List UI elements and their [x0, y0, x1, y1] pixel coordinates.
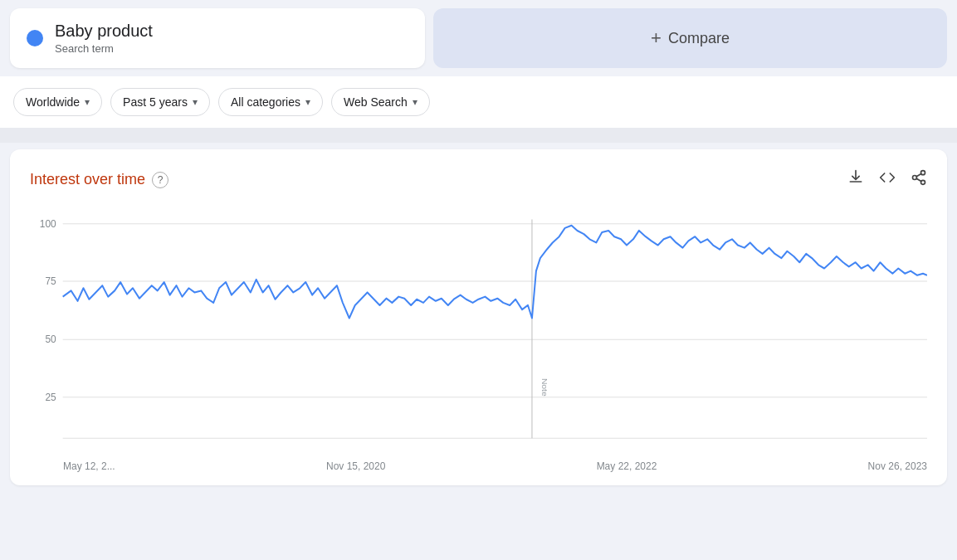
- svg-line-3: [916, 178, 921, 181]
- chevron-down-icon: ▾: [85, 96, 90, 108]
- chevron-down-icon: ▾: [305, 96, 310, 108]
- x-axis-labels: May 12, 2... Nov 15, 2020 May 22, 2022 N…: [30, 455, 927, 472]
- filter-location[interactable]: Worldwide ▾: [13, 88, 102, 116]
- filter-category[interactable]: All categories ▾: [218, 88, 323, 116]
- term-type: Search term: [55, 42, 153, 55]
- embed-icon[interactable]: [879, 169, 896, 190]
- filters-section: Worldwide ▾ Past 5 years ▾ All categorie…: [0, 76, 957, 128]
- compare-label: Compare: [668, 30, 730, 47]
- filter-search-type-label: Web Search: [344, 95, 408, 109]
- x-label-3: Nov 26, 2023: [868, 460, 927, 472]
- filter-time-range-label: Past 5 years: [123, 95, 188, 109]
- filter-time-range[interactable]: Past 5 years ▾: [110, 88, 210, 116]
- svg-text:25: 25: [45, 392, 56, 403]
- search-term-text: Baby product Search term: [55, 22, 153, 55]
- compare-button[interactable]: + Compare: [433, 8, 947, 68]
- chart-header: Interest over time ?: [30, 169, 927, 190]
- share-icon[interactable]: [911, 169, 927, 190]
- interest-over-time-chart: 100 75 50 25 Note: [30, 207, 927, 455]
- chevron-down-icon: ▾: [413, 96, 417, 108]
- svg-text:50: 50: [45, 334, 56, 345]
- download-icon[interactable]: [847, 169, 864, 190]
- filter-location-label: Worldwide: [26, 95, 80, 109]
- svg-text:Note: Note: [540, 378, 549, 397]
- filter-search-type[interactable]: Web Search ▾: [331, 88, 430, 116]
- svg-text:75: 75: [45, 275, 56, 287]
- filter-category-label: All categories: [231, 95, 300, 109]
- spacer: [0, 128, 957, 143]
- help-icon[interactable]: ?: [152, 172, 168, 188]
- svg-text:100: 100: [40, 218, 56, 230]
- chart-title-area: Interest over time ?: [30, 171, 168, 188]
- chart-title: Interest over time: [30, 171, 145, 188]
- term-name: Baby product: [55, 22, 153, 41]
- chart-actions: [847, 169, 927, 190]
- blue-dot-icon: [27, 30, 43, 46]
- svg-line-4: [916, 173, 921, 176]
- search-term-card: Baby product Search term: [10, 8, 425, 68]
- chart-section: Interest over time ?: [10, 149, 947, 485]
- x-label-0: May 12, 2...: [63, 460, 115, 472]
- plus-icon: +: [651, 27, 662, 49]
- chevron-down-icon: ▾: [193, 96, 198, 108]
- x-label-2: May 22, 2022: [597, 460, 657, 472]
- top-section: Baby product Search term + Compare: [0, 0, 957, 76]
- x-label-1: Nov 15, 2020: [326, 460, 385, 472]
- chart-svg: 100 75 50 25 Note: [30, 207, 927, 455]
